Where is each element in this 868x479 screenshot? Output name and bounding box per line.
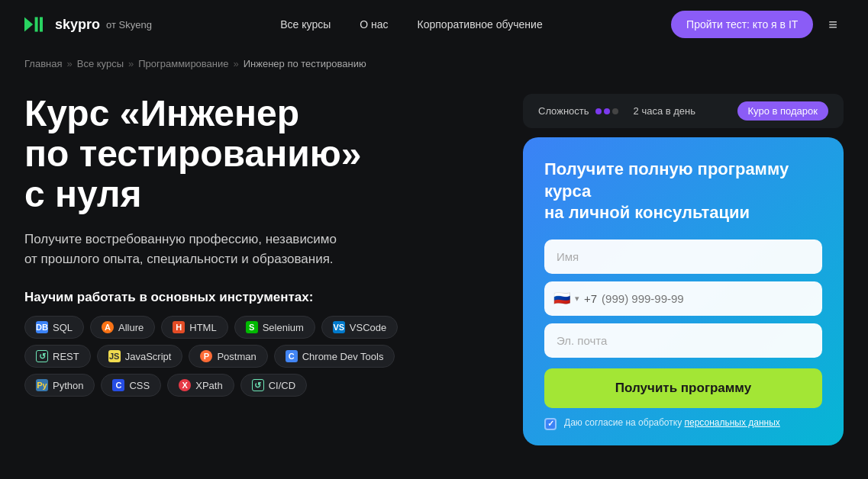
tool-label-selenium: Selenium [263, 322, 304, 333]
tool-badge-postman: P Postman [189, 345, 267, 368]
tool-badge-html: H HTML [161, 316, 227, 339]
breadcrumb-sep-2: » [128, 58, 134, 69]
nav-all-courses[interactable]: Все курсы [268, 12, 343, 37]
nav-about[interactable]: О нас [347, 12, 400, 37]
meta-bar: Сложность 2 часа в день Куро в подарок [523, 94, 844, 128]
js-icon: JS [108, 350, 121, 362]
breadcrumb-all-courses[interactable]: Все курсы [77, 58, 124, 69]
flag-icon: 🇷🇺 [553, 290, 570, 307]
sql-icon: DB [36, 321, 48, 333]
difficulty-item: Сложность [538, 105, 618, 117]
vscode-icon: VS [333, 321, 345, 333]
left-column: Курс «Инженер по тестированию» с нуля По… [24, 94, 452, 397]
name-input[interactable] [544, 240, 822, 274]
breadcrumb-sep-3: » [234, 58, 239, 69]
chevron-down-icon[interactable]: ▾ [575, 294, 579, 304]
tool-badge-cicd: ↺ CI/CD [240, 374, 307, 397]
main-nav: Все курсы О нас Корпоративное обучение [268, 12, 554, 37]
cicd-icon: ↺ [252, 379, 264, 391]
css-icon: C [112, 379, 124, 391]
form-card: Получите полную программу курсана личной… [523, 137, 844, 445]
consent-link[interactable]: персональных данных [684, 417, 779, 428]
tool-badge-python: Py Python [24, 374, 95, 397]
tools-list: DB SQL A Allure H HTML S Selenium VS VSC… [24, 316, 452, 397]
dot-1 [595, 108, 602, 114]
html-icon: H [173, 321, 185, 333]
tool-badge-chrome: C Chrome Dev Tools [274, 345, 395, 368]
from-skyeng-label: от Skyeng [106, 19, 152, 31]
allure-icon: A [102, 321, 114, 333]
right-column: Сложность 2 часа в день Куро в подарок П… [523, 94, 844, 445]
xpath-icon: X [179, 379, 191, 391]
rest-icon: ↺ [36, 350, 48, 362]
tool-label-rest: REST [53, 351, 79, 362]
course-subtitle: Получите востребованную профессию, незав… [24, 230, 452, 268]
dot-3 [612, 108, 618, 114]
header-cta-button[interactable]: Пройти тест: кто я в IT [671, 11, 813, 38]
nav-corporate[interactable]: Корпоративное обучение [405, 12, 555, 37]
tool-label-xpath: XPath [195, 380, 222, 391]
header-logo-area: skypro от Skyeng [24, 17, 152, 33]
title-line3: с нуля [24, 174, 142, 214]
tool-badge-rest: ↺ REST [24, 345, 91, 368]
tools-heading: Научим работать в основных инструментах: [24, 290, 452, 305]
tool-label-chrome: Chrome Dev Tools [302, 351, 384, 362]
gift-badge: Куро в подарок [737, 101, 828, 121]
logo-text: skypro [55, 17, 100, 33]
tool-label-html: HTML [189, 322, 216, 333]
tool-label-sql: SQL [53, 322, 73, 333]
time-item: 2 часа в день [634, 105, 695, 117]
phone-prefix: +7 [584, 292, 597, 305]
tool-label-cicd: CI/CD [269, 380, 295, 391]
breadcrumb-sep-1: » [66, 58, 72, 69]
breadcrumb-home[interactable]: Главная [24, 58, 62, 69]
breadcrumb: Главная » Все курсы » Программирование »… [0, 49, 868, 79]
tool-badge-css: C CSS [101, 374, 161, 397]
time-label: 2 часа в день [634, 105, 695, 117]
python-icon: Py [36, 379, 48, 391]
tool-badge-xpath: X XPath [167, 374, 234, 397]
difficulty-dots [595, 108, 618, 114]
svg-marker-0 [24, 17, 33, 31]
breadcrumb-programming[interactable]: Программирование [138, 58, 228, 69]
tool-badge-javascript: JS JavaScript [97, 345, 183, 368]
difficulty-label: Сложность [538, 105, 589, 117]
phone-row: 🇷🇺 ▾ +7 [544, 281, 822, 316]
postman-icon: P [200, 350, 212, 362]
tool-label-allure: Allure [118, 322, 144, 333]
form-title: Получите полную программу курсана личной… [544, 159, 822, 224]
consent-row: Даю согласие на обработку персональных д… [544, 417, 822, 430]
tool-badge-allure: A Allure [90, 316, 155, 339]
submit-button[interactable]: Получить программу [544, 368, 822, 408]
tool-label-postman: Postman [217, 351, 256, 362]
svg-rect-1 [35, 17, 38, 31]
title-line1: Курс «Инженер [24, 93, 299, 133]
email-input[interactable] [544, 323, 822, 358]
tool-label-css: CSS [129, 380, 150, 391]
header-right: Пройти тест: кто я в IT ≡ [671, 11, 844, 38]
main-content: Курс «Инженер по тестированию» с нуля По… [0, 79, 868, 445]
consent-text: Даю согласие на обработку персональных д… [564, 417, 780, 428]
breadcrumb-current: Инженер по тестированию [244, 58, 366, 69]
tool-label-python: Python [53, 380, 83, 391]
tool-badge-sql: DB SQL [24, 316, 84, 339]
selenium-icon: S [246, 321, 258, 333]
menu-icon-button[interactable]: ≡ [822, 13, 844, 37]
consent-checkbox[interactable] [544, 418, 557, 430]
tool-badge-vscode: VS VSCode [321, 316, 398, 339]
phone-input[interactable] [602, 281, 813, 316]
tool-badge-selenium: S Selenium [234, 316, 315, 339]
svg-rect-2 [40, 17, 43, 31]
header: skypro от Skyeng Все курсы О нас Корпора… [0, 0, 868, 49]
course-title: Курс «Инженер по тестированию» с нуля [24, 94, 452, 214]
title-line2: по тестированию» [24, 133, 361, 174]
tool-label-vscode: VSCode [350, 322, 386, 333]
chrome-icon: C [286, 350, 298, 362]
dot-2 [604, 108, 610, 114]
tool-label-javascript: JavaScript [125, 351, 172, 362]
skypro-logo [24, 17, 49, 32]
